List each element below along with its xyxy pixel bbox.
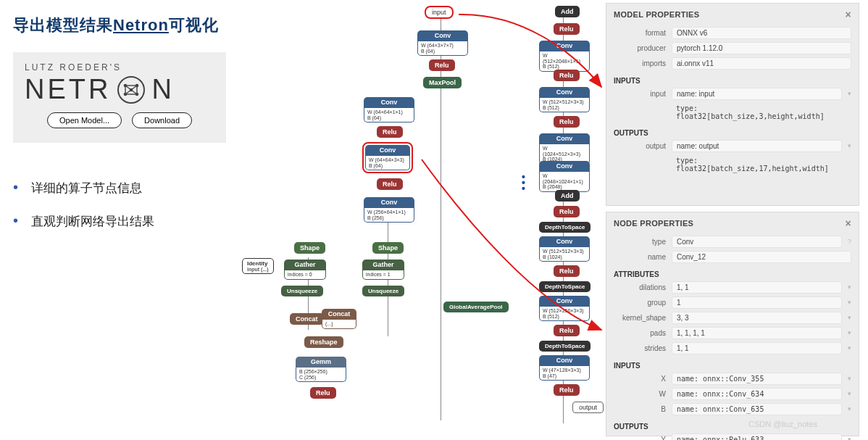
b-value[interactable]: name: onnx::Conv_635 [672,403,842,415]
node-header: Conv [539,133,590,144]
expand-icon[interactable]: ▾ [848,403,851,412]
download-button[interactable]: Download [132,112,192,128]
maxpool-node[interactable]: MaxPool [423,77,462,88]
relu-node[interactable]: Relu [554,384,580,396]
w-value[interactable]: name: onnx::Conv_634 [672,388,842,400]
netron-word-a: NETR [25,74,111,105]
conv-node-r4[interactable]: Conv W (2048×1024×1×1)B (2048) [539,161,590,192]
relu-node[interactable]: Relu [429,59,455,71]
add-node[interactable]: Add [555,6,580,17]
conv-node-r6[interactable]: Conv W (512×256×3×3)B (512) [539,296,590,321]
x-value[interactable]: name: onnx::Conv_355 [672,373,842,385]
gap-node[interactable]: GlobalAveragePool [443,302,509,312]
relu-node[interactable]: Relu [554,325,580,336]
output-node[interactable]: output [572,402,604,413]
relu-node[interactable]: Relu [554,116,580,128]
open-model-button[interactable]: Open Model... [47,112,122,128]
node-header: Concat [322,309,356,320]
ellipsis-icon: ••• [522,174,525,191]
concat-node[interactable]: Concat [290,313,324,325]
output-name-value[interactable]: name: output [672,140,842,152]
gemm-node[interactable]: Gemm B (256×256)C (256) [296,357,346,382]
conv-node-2[interactable]: Conv W (64×64×1×1)B (64) [364,97,414,123]
unsqueeze-node[interactable]: Unsqueeze [281,286,323,296]
conv-node-r3[interactable]: Conv W (1024×512×3×3)B (1024) [539,133,590,165]
node-body: W (2048×1024×1×1)B (2048) [539,172,590,192]
expand-icon[interactable]: ▾ [848,281,851,291]
dilations-value: 1, 1 [672,281,842,294]
shape-node[interactable]: Shape [372,242,404,254]
expand-icon[interactable]: ▾ [848,342,851,352]
node-body: W (47×128×3×3)B (47) [539,366,590,381]
y-label: Y [614,433,666,440]
add-node[interactable]: Add [555,190,580,202]
node-header: Conv [539,236,590,247]
y-value[interactable]: name: onnx::Relu_633 [672,433,842,440]
unsqueeze-node[interactable]: Unsqueeze [362,286,404,296]
concat-detail-node[interactable]: Concat (...) [322,309,356,329]
node-body: W (512×256×3×3)B (512) [539,307,590,321]
node-inputs-section: INPUTS [606,356,859,371]
gather-node-1[interactable]: Gather indices = 1 [362,260,404,280]
expand-icon[interactable]: ▾ [848,373,851,382]
producer-label: producer [614,42,666,52]
type-value[interactable]: Conv [672,236,842,248]
relu-node[interactable]: Relu [310,387,336,399]
node-body: B (256×256)C (256) [296,368,346,382]
relu-node[interactable]: Relu [554,70,580,81]
node-header: Conv [365,145,410,156]
relu-node[interactable]: Relu [554,265,580,277]
gather-node-0[interactable]: Gather indices = 0 [284,260,326,280]
close-icon[interactable]: × [846,9,851,20]
page-title: 导出模型结果Netron可视化 [13,14,226,36]
format-value: ONNX v6 [672,27,851,39]
relu-node[interactable]: Relu [554,23,580,35]
kernel-shape-value: 3, 3 [672,312,842,324]
expand-icon[interactable]: ▾ [848,88,851,97]
identity-node[interactable]: Identity input (...) [242,258,274,274]
input-name-value[interactable]: name: input [672,88,842,100]
relu-node[interactable]: Relu [554,206,580,217]
info-icon[interactable]: ? [848,236,851,245]
expand-icon[interactable]: ▾ [848,433,851,440]
node-body: W (64×64×1×1)B (64) [364,108,414,123]
conv-node-r5[interactable]: Conv W (512×512×3×3)B (1024) [539,236,590,262]
node-body: W (64×64×3×3)B (64) [365,156,410,170]
shape-node[interactable]: Shape [294,242,325,254]
conv-node-r2[interactable]: Conv W (512×512×3×3)B (512) [539,87,590,112]
model-properties-panel: MODEL PROPERTIES × formatONNX v6 produce… [606,3,859,206]
close-icon[interactable]: × [846,217,851,229]
d2s-node[interactable]: DepthToSpace [539,341,591,352]
expand-icon[interactable]: ▾ [848,388,851,397]
model-panel-title: MODEL PROPERTIES [614,10,699,19]
d2s-node[interactable]: DepthToSpace [539,222,591,233]
input-label: input [614,88,666,98]
input-node[interactable]: input [425,6,454,19]
node-body: indices = 1 [362,270,404,280]
node-header: Conv [539,41,590,51]
producer-value: pytorch 1.12.0 [672,42,851,54]
d2s-node[interactable]: DepthToSpace [539,281,591,292]
expand-icon[interactable]: ▾ [848,140,851,149]
conv-node-highlight[interactable]: Conv W (64×64×3×3)B (64) [362,142,413,173]
pads-value: 1, 1, 1, 1 [672,327,842,339]
node-header: Gather [284,260,326,270]
conv-node-1[interactable]: Conv W (64×3×7×7)B (64) [417,30,468,56]
relu-node[interactable]: Relu [377,126,403,138]
node-header: Conv [364,97,414,108]
netron-word-b: N [151,74,174,105]
conv-node-r7[interactable]: Conv W (47×128×3×3)B (47) [539,355,590,381]
expand-icon[interactable]: ▾ [848,327,851,336]
bullet-2: 直观判断网络导出结果 [13,212,226,230]
graph-canvas[interactable]: input Conv W (64×3×7×7)B (64) Relu MaxPo… [239,0,605,440]
node-properties-panel: NODE PROPERTIES × typeConv? nameConv_12 … [606,212,859,436]
reshape-node[interactable]: Reshape [304,336,343,348]
relu-node[interactable]: Relu [377,178,403,190]
expand-icon[interactable]: ▾ [848,312,851,321]
expand-icon[interactable]: ▾ [848,296,851,306]
conv-node-r1[interactable]: Conv W (512×2048×1×1)B (512) [539,41,590,72]
edge [441,14,441,420]
node-body: (...) [322,320,356,329]
conv-node-3[interactable]: Conv W (256×64×1×1)B (256) [364,197,414,223]
imports-value: ai.onnx v11 [672,57,851,70]
